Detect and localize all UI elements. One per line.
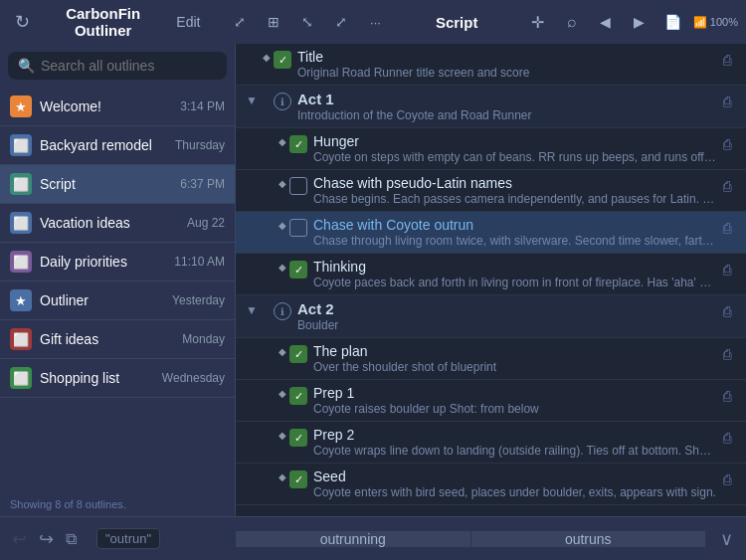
check-prep1[interactable] (289, 387, 307, 405)
refresh-icon[interactable]: ↻ (8, 11, 36, 33)
row-subtitle-thinking: Coyote paces back and forth in living ro… (313, 276, 716, 289)
check-act2[interactable]: ℹ (274, 302, 291, 320)
expand-act2[interactable]: ▼ (244, 303, 260, 317)
item-icon-gift: ⬜ (10, 328, 32, 350)
sidebar: 🔍 ★ Welcome! 3:14 PM ⬜ Backyard remodel … (0, 44, 236, 516)
redo-icon[interactable]: ↪ (39, 528, 54, 550)
check-thinking[interactable] (289, 261, 307, 279)
wifi-status: 📶 100% (693, 16, 738, 29)
search-icon[interactable]: ⌕ (558, 13, 586, 31)
check-the-plan[interactable] (289, 345, 307, 363)
row-action-thinking[interactable]: ⎙ (716, 262, 738, 278)
diamond-thinking: ◆ (276, 262, 289, 273)
row-action-prep1[interactable]: ⎙ (716, 388, 738, 404)
row-body-the-plan: The plan Over the shoulder shot of bluep… (307, 343, 716, 374)
item-content-outliner: Outliner (40, 292, 164, 308)
undo-icon[interactable]: ↩ (12, 528, 27, 550)
check-chase-latin[interactable] (289, 177, 307, 195)
outline-row-chase-latin[interactable]: ◆ Chase with pseudo-Latin names Chase be… (236, 170, 746, 212)
tools4-icon[interactable]: ⤢ (327, 14, 355, 30)
search-small-icon: 🔍 (18, 58, 35, 74)
row-action-title[interactable]: ⎙ (716, 52, 738, 68)
item-date-welcome: 3:14 PM (180, 99, 225, 113)
outline-row-thinking[interactable]: ◆ Thinking Coyote paces back and forth i… (236, 254, 746, 295)
item-icon-vacation: ⬜ (10, 212, 32, 234)
check-chase-coyote[interactable] (289, 219, 307, 237)
forward-icon[interactable]: ▶ (626, 14, 653, 30)
item-date-daily: 11:10 AM (174, 255, 225, 269)
outline-row-hunger[interactable]: ◆ Hunger Coyote on steps with empty can … (236, 128, 746, 170)
check-title[interactable] (274, 51, 291, 69)
check-prep2[interactable] (289, 429, 307, 447)
row-action-chase-latin[interactable]: ⎙ (716, 178, 738, 194)
sidebar-item-vacation[interactable]: ⬜ Vacation ideas Aug 22 (0, 204, 235, 243)
row-action-prep2[interactable]: ⎙ (716, 430, 738, 446)
copy-icon[interactable]: ⧉ (66, 530, 77, 548)
outline-row-seed[interactable]: ◆ Seed Coyote enters with bird seed, pla… (236, 464, 746, 505)
check-seed[interactable] (289, 470, 307, 488)
sidebar-item-outliner[interactable]: ★ Outliner Yesterday (0, 281, 235, 320)
autocomplete-area: outrunning outruns (236, 531, 706, 547)
search-box[interactable]: 🔍 (8, 52, 227, 80)
sidebar-item-gift[interactable]: ⬜ Gift ideas Monday (0, 320, 235, 359)
diamond-title: ◆ (260, 52, 274, 63)
doc-icon[interactable]: 📄 (659, 14, 687, 30)
item-icon-daily: ⬜ (10, 251, 32, 273)
row-title-hunger: Hunger (313, 133, 716, 149)
sidebar-item-backyard[interactable]: ⬜ Backyard remodel Thursday (0, 126, 235, 165)
item-content-vacation: Vacation ideas (40, 215, 179, 231)
row-subtitle-chase-latin: Chase begins. Each passes camera indepen… (313, 192, 716, 206)
row-subtitle-hunger: Coyote on steps with empty can of beans.… (313, 150, 716, 164)
chevron-down-icon[interactable]: ∨ (706, 528, 746, 550)
row-action-seed[interactable]: ⎙ (716, 471, 738, 487)
row-action-hunger[interactable]: ⎙ (716, 136, 738, 152)
more-icon[interactable]: ··· (361, 15, 389, 30)
back-icon[interactable]: ◀ (592, 14, 620, 30)
edit-button[interactable]: Edit (170, 12, 206, 32)
row-action-the-plan[interactable]: ⎙ (716, 346, 738, 362)
row-title-seed: Seed (313, 468, 716, 484)
move-icon[interactable]: ✛ (524, 13, 552, 32)
outline-row-prep1[interactable]: ◆ Prep 1 Coyote raises boulder up Shot: … (236, 380, 746, 422)
row-action-act1[interactable]: ⎙ (716, 93, 738, 109)
sidebar-item-shopping[interactable]: ⬜ Shopping list Wednesday (0, 359, 235, 398)
check-hunger[interactable] (289, 135, 307, 153)
outline-row-act2[interactable]: ▼ ℹ Act 2 Boulder ⎙ (236, 295, 746, 338)
outline-row-title[interactable]: ◆ Title Original Road Runner title scree… (236, 44, 746, 86)
row-body-chase-latin: Chase with pseudo-Latin names Chase begi… (307, 175, 716, 206)
item-icon-outliner: ★ (10, 289, 32, 311)
autocomplete-btn-1[interactable]: outrunning (236, 531, 471, 547)
right-panel: ◆ Title Original Road Runner title scree… (236, 44, 746, 516)
item-icon-script: ⬜ (10, 173, 32, 195)
row-body-act2: Act 2 Boulder (291, 300, 716, 332)
row-title-thinking: Thinking (313, 259, 716, 275)
row-subtitle-title: Original Road Runner title screen and sc… (297, 66, 716, 80)
diamond-hunger: ◆ (276, 136, 289, 147)
outline-row-prep2[interactable]: ◆ Prep 2 Coyote wraps line down to landi… (236, 422, 746, 464)
sidebar-item-daily[interactable]: ⬜ Daily priorities 11:10 AM (0, 243, 235, 281)
tools3-icon[interactable]: ⤡ (293, 14, 321, 30)
outline-row-the-plan[interactable]: ◆ The plan Over the shoulder shot of blu… (236, 338, 746, 380)
row-action-act2[interactable]: ⎙ (716, 303, 738, 319)
sidebar-item-welcome[interactable]: ★ Welcome! 3:14 PM (0, 88, 235, 126)
item-icon-backyard: ⬜ (10, 134, 32, 156)
item-content-welcome: Welcome! (40, 98, 172, 114)
top-nav: ↻ CarbonFin Outliner Edit ⤢ ⊞ ⤡ ⤢ ··· Sc… (0, 0, 746, 44)
expand-act1[interactable]: ▼ (244, 93, 260, 107)
outline-row-chase-coyote[interactable]: ◆ Chase with Coyote outrun Chase through… (236, 212, 746, 254)
row-title-prep2: Prep 2 (313, 427, 716, 443)
tools1-icon[interactable]: ⤢ (226, 14, 254, 30)
check-act1[interactable]: ℹ (274, 93, 291, 110)
row-action-chase-coyote[interactable]: ⎙ (716, 220, 738, 236)
item-date-backyard: Thursday (175, 138, 225, 152)
item-content-gift: Gift ideas (40, 331, 174, 347)
tools2-icon[interactable]: ⊞ (260, 14, 287, 30)
search-input[interactable] (41, 58, 217, 74)
sidebar-footer: Showing 8 of 8 outlines. (0, 492, 235, 516)
row-body-title: Title Original Road Runner title screen … (291, 49, 716, 80)
app-title: CarbonFin Outliner (42, 5, 164, 39)
outline-row-act1[interactable]: ▼ ℹ Act 1 Introduction of the Coyote and… (236, 86, 746, 128)
row-subtitle-seed: Coyote enters with bird seed, places und… (313, 485, 716, 499)
sidebar-item-script[interactable]: ⬜ Script 6:37 PM (0, 165, 235, 204)
autocomplete-btn-2[interactable]: outruns (471, 531, 707, 547)
